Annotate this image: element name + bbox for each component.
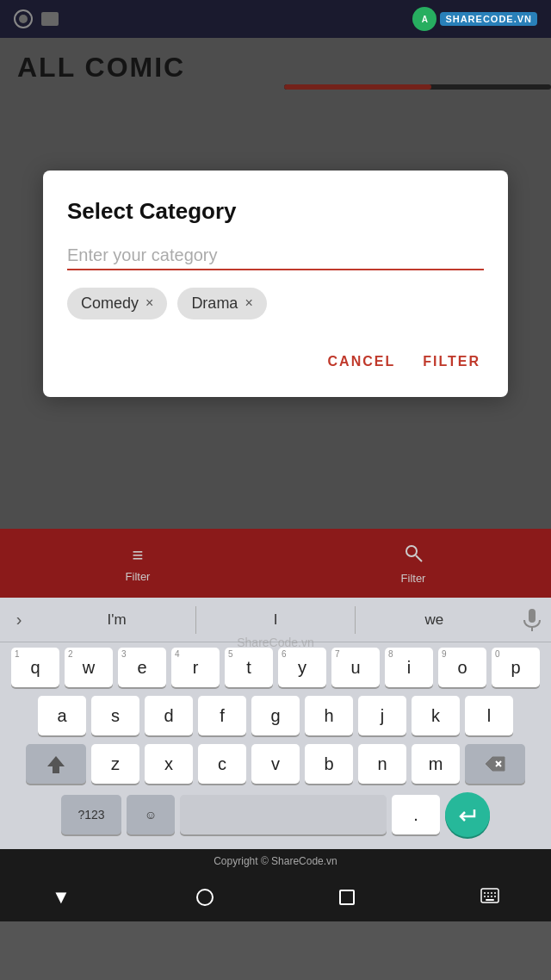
app-area: ALL COMIC Select Category Comedy × Drama…	[0, 38, 551, 529]
nav-search-icon[interactable]: Filter	[401, 543, 426, 585]
key-s[interactable]: s	[91, 696, 139, 735]
svg-line-1	[416, 555, 422, 561]
nav-filter-label-1: Filter	[126, 570, 151, 583]
recents-button[interactable]	[339, 890, 355, 905]
key-g[interactable]: g	[251, 696, 300, 735]
key-123[interactable]: ?123	[61, 795, 121, 834]
key-m[interactable]: m	[412, 744, 460, 784]
key-z[interactable]: z	[91, 744, 139, 784]
key-p[interactable]: 0p	[492, 648, 540, 687]
svg-point-0	[406, 546, 417, 556]
signal-icon	[14, 9, 33, 28]
key-row-3: z x c v b n m	[3, 744, 548, 784]
key-backspace[interactable]	[465, 744, 525, 784]
keyboard: ShareCode.vn 1q 2w 3e 4r 5t 6y 7u 8i 9o …	[0, 642, 551, 849]
key-v[interactable]: v	[251, 744, 300, 784]
copyright-bar: Copyright © ShareCode.vn	[0, 849, 551, 873]
logo-circle: A	[412, 7, 436, 31]
suggestion-expand-button[interactable]: ›	[0, 601, 38, 639]
key-emoji[interactable]: ☺	[127, 795, 175, 834]
home-button[interactable]	[196, 889, 214, 906]
logo-text: SHARECODE.VN	[440, 12, 537, 26]
chip-comedy[interactable]: Comedy ×	[67, 288, 167, 319]
system-nav: ▼	[0, 873, 551, 921]
search-icon	[403, 543, 424, 568]
key-a[interactable]: a	[38, 696, 86, 735]
svg-marker-4	[47, 756, 65, 772]
key-row-2: a s d f g h j k l	[3, 696, 548, 735]
key-i[interactable]: 8i	[385, 648, 433, 687]
key-row-4: ?123 ☺ .	[3, 792, 548, 837]
key-w[interactable]: 2w	[65, 648, 113, 687]
sharecode-logo: A SHARECODE.VN	[412, 7, 537, 31]
key-row-1: 1q 2w 3e 4r 5t 6y 7u 8i 9o 0p	[3, 648, 548, 687]
chip-drama[interactable]: Drama ×	[177, 288, 266, 319]
key-period[interactable]: .	[392, 795, 440, 834]
key-c[interactable]: c	[198, 744, 246, 784]
key-x[interactable]: x	[145, 744, 193, 784]
category-search-input[interactable]	[67, 245, 484, 265]
key-l[interactable]: l	[465, 696, 513, 735]
chip-comedy-label: Comedy	[81, 295, 139, 313]
cancel-button[interactable]: CANCEL	[325, 347, 399, 376]
dialog-actions: CANCEL FILTER	[67, 347, 484, 376]
suggestion-item-2[interactable]: we	[356, 611, 513, 629]
chip-drama-close[interactable]: ×	[245, 295, 252, 311]
suggestion-item-0[interactable]: I'm	[38, 611, 195, 629]
copyright-text: Copyright © ShareCode.vn	[214, 855, 337, 867]
status-bar: A SHARECODE.VN	[0, 0, 551, 38]
chips-row: Comedy × Drama ×	[67, 288, 484, 319]
nav-filter-label-2: Filter	[401, 572, 426, 585]
key-b[interactable]: b	[305, 744, 353, 784]
bottom-nav: ≡ Filter Filter	[0, 529, 551, 598]
select-category-dialog: Select Category Comedy × Drama × CANCEL …	[43, 171, 508, 397]
key-n[interactable]: n	[358, 744, 406, 784]
chip-comedy-close[interactable]: ×	[145, 295, 153, 311]
suggestion-items: I'm I we	[38, 598, 513, 642]
suggestion-bar: › I'm I we	[0, 598, 551, 642]
back-button[interactable]: ▼	[52, 886, 71, 909]
status-icons	[14, 9, 59, 28]
key-r[interactable]: 4r	[171, 648, 220, 687]
key-y[interactable]: 6y	[278, 648, 326, 687]
key-d[interactable]: d	[145, 696, 193, 735]
dialog-overlay: Select Category Comedy × Drama × CANCEL …	[0, 38, 551, 529]
battery-icon	[41, 12, 59, 26]
svg-rect-5	[53, 771, 59, 773]
key-space[interactable]	[180, 795, 387, 834]
key-f[interactable]: f	[198, 696, 246, 735]
keyboard-button[interactable]	[480, 888, 499, 908]
mic-icon[interactable]	[513, 601, 551, 639]
search-input-wrap[interactable]	[67, 245, 484, 270]
keyboard-rows: 1q 2w 3e 4r 5t 6y 7u 8i 9o 0p a s d f g …	[0, 642, 551, 837]
key-k[interactable]: k	[412, 696, 460, 735]
dialog-title: Select Category	[67, 198, 484, 225]
key-e[interactable]: 3e	[118, 648, 166, 687]
suggestion-item-1[interactable]: I	[196, 611, 354, 629]
key-t[interactable]: 5t	[225, 648, 273, 687]
nav-filter-icon[interactable]: ≡ Filter	[126, 544, 151, 583]
chip-drama-label: Drama	[191, 295, 238, 313]
key-enter[interactable]	[445, 792, 490, 837]
key-h[interactable]: h	[305, 696, 353, 735]
key-j[interactable]: j	[358, 696, 406, 735]
filter-button[interactable]: FILTER	[419, 347, 484, 376]
key-q[interactable]: 1q	[11, 648, 59, 687]
svg-rect-2	[529, 609, 536, 623]
key-shift[interactable]	[26, 744, 86, 784]
key-o[interactable]: 9o	[438, 648, 486, 687]
key-u[interactable]: 7u	[331, 648, 380, 687]
filter-lines-icon: ≡	[133, 544, 144, 567]
